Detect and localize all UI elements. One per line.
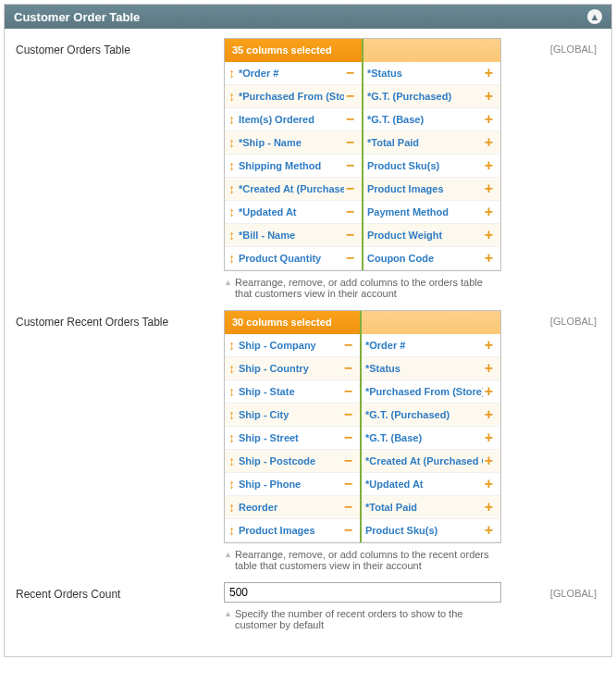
column-label: *Updated At [239,206,344,218]
column-item[interactable]: *Total Paid+ [363,131,500,155]
column-item[interactable]: ↕*Created At (Purchased On)− [225,178,362,201]
column-item[interactable]: ↕Ship - State− [225,380,360,404]
column-item[interactable]: ↕Ship - City− [225,404,360,427]
remove-icon[interactable]: − [344,112,356,127]
column-item[interactable]: ↕Ship - Phone− [225,473,360,496]
column-item[interactable]: ↕Ship - Company− [225,334,360,357]
drag-handle-icon[interactable]: ↕ [228,431,235,444]
drag-handle-icon[interactable]: ↕ [228,159,235,172]
add-icon[interactable]: + [483,407,495,422]
remove-icon[interactable]: − [344,205,356,219]
column-item[interactable]: ↕Shipping Method− [225,155,362,178]
column-item[interactable]: *Status+ [363,62,500,85]
add-icon[interactable]: + [483,384,495,399]
column-item[interactable]: Product Weight+ [363,224,500,247]
column-item[interactable]: Product Sku(s)+ [362,519,500,542]
remove-icon[interactable]: − [344,228,356,243]
remove-icon[interactable]: − [342,384,354,399]
column-item[interactable]: ↕Product Quantity− [225,247,362,270]
remove-icon[interactable]: − [344,66,356,81]
drag-handle-icon[interactable]: ↕ [228,339,235,352]
add-icon[interactable]: + [483,228,495,243]
drag-handle-icon[interactable]: ↕ [228,205,235,218]
add-icon[interactable]: + [483,338,495,353]
column-label: Item(s) Ordered [239,114,344,125]
drag-handle-icon[interactable]: ↕ [228,136,235,149]
add-icon[interactable]: + [483,135,495,150]
drag-handle-icon[interactable]: ↕ [228,478,235,491]
add-icon[interactable]: + [483,477,495,491]
available-columns: *Status+*G.T. (Purchased)+*G.T. (Base)+*… [363,39,500,270]
drag-handle-icon[interactable]: ↕ [228,113,235,126]
drag-handle-icon[interactable]: ↕ [228,229,235,242]
add-icon[interactable]: + [483,66,495,81]
column-label: Coupon Code [367,253,483,264]
remove-icon[interactable]: − [342,361,354,376]
remove-icon[interactable]: − [342,430,354,445]
add-icon[interactable]: + [483,205,495,219]
add-icon[interactable]: + [483,361,495,376]
drag-handle-icon[interactable]: ↕ [228,524,235,537]
column-item[interactable]: ↕Ship - Street− [225,427,360,450]
column-item[interactable]: ↕*Ship - Name− [225,131,362,155]
drag-handle-icon[interactable]: ↕ [228,90,235,103]
column-item[interactable]: *G.T. (Base)+ [363,108,500,131]
column-item[interactable]: ↕*Bill - Name− [225,224,362,247]
column-item[interactable]: *G.T. (Purchased)+ [362,404,500,427]
column-item[interactable]: *Updated At+ [362,473,500,496]
column-item[interactable]: ↕*Order #− [225,62,362,85]
column-label: *Created At (Purchased On) [365,455,483,466]
column-item[interactable]: *Status+ [362,357,500,380]
drag-handle-icon[interactable]: ↕ [228,67,235,80]
add-icon[interactable]: + [483,112,495,127]
drag-handle-icon[interactable]: ↕ [228,182,235,195]
column-item[interactable]: ↕*Updated At− [225,201,362,224]
column-label: Ship - Country [239,363,342,374]
add-icon[interactable]: + [483,158,495,173]
column-item[interactable]: Coupon Code+ [363,247,500,270]
column-item[interactable]: ↕Ship - Postcode− [225,450,360,473]
remove-icon[interactable]: − [344,181,356,196]
remove-icon[interactable]: − [344,135,356,150]
drag-handle-icon[interactable]: ↕ [228,385,235,398]
column-item[interactable]: ↕*Purchased From (Store)− [225,85,362,108]
column-item[interactable]: ↕Product Images− [225,519,360,542]
column-label: *G.T. (Base) [365,432,483,443]
add-icon[interactable]: + [483,251,495,266]
remove-icon[interactable]: − [344,251,356,266]
remove-icon[interactable]: − [342,454,354,468]
remove-icon[interactable]: − [342,407,354,422]
column-item[interactable]: *Purchased From (Store)+ [362,380,500,404]
drag-handle-icon[interactable]: ↕ [228,454,235,467]
column-item[interactable]: ↕Item(s) Ordered− [225,108,362,131]
drag-handle-icon[interactable]: ↕ [228,501,235,514]
remove-icon[interactable]: − [342,338,354,353]
column-item[interactable]: ↕Reorder− [225,496,360,519]
add-icon[interactable]: + [483,89,495,104]
remove-icon[interactable]: − [342,477,354,491]
column-item[interactable]: Payment Method+ [363,201,500,224]
remove-icon[interactable]: − [342,523,354,538]
column-item[interactable]: ↕Ship - Country− [225,357,360,380]
add-icon[interactable]: + [483,500,495,515]
column-item[interactable]: Product Sku(s)+ [363,155,500,178]
remove-icon[interactable]: − [342,500,354,515]
column-item[interactable]: *Total Paid+ [362,496,500,519]
column-item[interactable]: *G.T. (Base)+ [362,427,500,450]
recent-orders-count-input[interactable] [224,582,501,603]
column-item[interactable]: *Order #+ [362,334,500,357]
add-icon[interactable]: + [483,430,495,445]
add-icon[interactable]: + [483,181,495,196]
add-icon[interactable]: + [483,523,495,538]
remove-icon[interactable]: − [344,158,356,173]
drag-handle-icon[interactable]: ↕ [228,408,235,421]
remove-icon[interactable]: − [344,89,356,104]
add-icon[interactable]: + [483,454,495,468]
column-item[interactable]: *G.T. (Purchased)+ [363,85,500,108]
column-label: Product Sku(s) [365,525,483,536]
column-item[interactable]: *Created At (Purchased On)+ [362,450,500,473]
drag-handle-icon[interactable]: ↕ [228,362,235,375]
drag-handle-icon[interactable]: ↕ [228,252,235,265]
collapse-icon[interactable]: ▲ [587,9,602,24]
column-item[interactable]: Product Images+ [363,178,500,201]
